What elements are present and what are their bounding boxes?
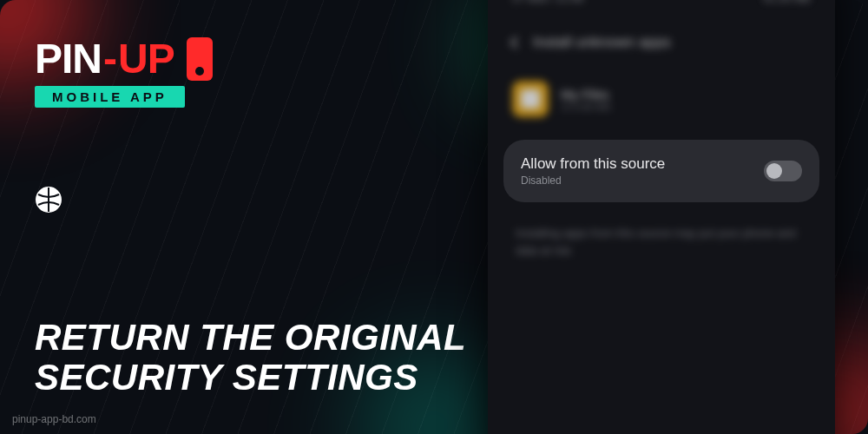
logo-text-pin: PIN [35, 35, 102, 82]
toggle-title: Allow from this source [521, 155, 665, 173]
status-date: 27 июл. 11:06 [512, 0, 583, 4]
brand-logo: PIN-UP MOBILE APP [35, 35, 486, 108]
basketball-icon [35, 186, 62, 214]
app-row: My Files 11.5.00.405 [498, 65, 825, 133]
settings-page-title: Install unknown apps [533, 34, 671, 51]
phone-icon [187, 37, 213, 81]
app-version: 11.5.00.405 [561, 102, 611, 112]
promo-left-panel: PIN-UP MOBILE APP RETURN THE ORIGINAL SE… [35, 35, 486, 399]
logo-text-dash: - [103, 35, 116, 82]
toggle-status: Disabled [521, 174, 665, 187]
security-warning-text: Installing apps from this source may put… [498, 209, 825, 274]
site-url: pinup-app-bd.com [12, 413, 96, 425]
page-title: RETURN THE ORIGINAL SECURITY SETTINGS [35, 318, 486, 398]
back-icon[interactable] [510, 36, 523, 49]
logo-text-up: UP [118, 35, 174, 82]
settings-page-header: Install unknown apps [498, 13, 825, 65]
brand-subtitle: MOBILE APP [35, 86, 185, 108]
toggle-switch[interactable] [764, 161, 802, 181]
status-filesize: 31,16 МБ [762, 0, 811, 4]
phone-screenshot: 27 июл. 11:06 31,16 МБ Install unknown a… [488, 0, 835, 434]
app-name: My Files [561, 87, 611, 102]
allow-source-toggle-card[interactable]: Allow from this source Disabled [503, 140, 819, 202]
app-icon [512, 81, 549, 117]
